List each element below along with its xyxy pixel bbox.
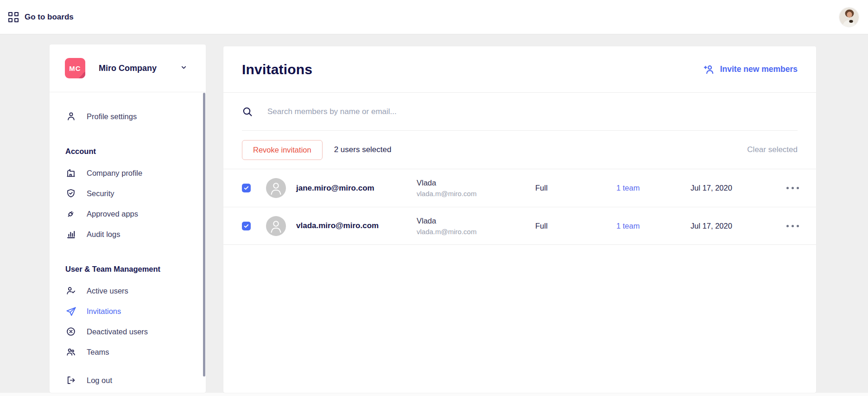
sidebar-item-label: Teams [87, 348, 109, 357]
invite-new-members-label: Invite new members [720, 64, 798, 74]
search-icon [242, 106, 253, 117]
invitation-row: jane.miro@miro.com Vlada vlada.m@miro.co… [223, 169, 816, 207]
search-input[interactable] [267, 107, 798, 116]
teams-link[interactable]: 1 team [616, 222, 691, 230]
search-bar [223, 93, 816, 131]
teams-link[interactable]: 1 team [616, 184, 691, 192]
member-sub-email: vlada.m@miro.com [417, 228, 535, 236]
sidebar-item-label: Audit logs [87, 230, 120, 239]
check-icon [243, 223, 249, 229]
sidebar-section-user-team-management: User & Team Management [50, 262, 206, 276]
invite-email: jane.miro@miro.com [296, 184, 417, 193]
sidebar-item-company-profile[interactable]: Company profile [50, 163, 206, 183]
user-avatar-photo [839, 7, 859, 27]
member-name-cell: Vlada vlada.m@miro.com [417, 217, 535, 236]
person-plus-icon [703, 64, 715, 76]
circle-x-icon [65, 326, 76, 337]
sidebar-item-label: Approved apps [87, 210, 138, 218]
revoke-invitation-button[interactable]: Revoke invitation [242, 140, 323, 160]
person-silhouette-icon [266, 178, 286, 198]
panel-header: Invitations Invite new members [223, 46, 816, 93]
sidebar-item-security[interactable]: Security [50, 183, 206, 204]
sidebar-section-account: Account [50, 144, 206, 158]
sidebar-item-profile-settings[interactable]: Profile settings [50, 106, 206, 127]
sidebar-nav: Profile settings Account Company profile… [50, 92, 206, 390]
user-avatar[interactable] [839, 7, 859, 27]
sidebar-item-label: Profile settings [87, 112, 137, 121]
selection-toolbar: Revoke invitation 2 users selected Clear… [223, 131, 816, 169]
go-to-boards-button[interactable]: Go to boards [8, 12, 74, 22]
sidebar-item-deactivated-users[interactable]: Deactivated users [50, 321, 206, 342]
sidebar-item-label: Security [87, 189, 114, 198]
clear-selected-button[interactable]: Clear selected [747, 145, 798, 154]
invite-email: vlada.miro@miro.com [296, 221, 417, 230]
company-badge: MC [65, 58, 85, 78]
person-silhouette-icon [266, 216, 286, 236]
go-to-boards-label: Go to boards [25, 13, 74, 22]
sidebar-scrollbar[interactable] [203, 93, 205, 377]
member-name-cell: Vlada vlada.m@miro.com [417, 179, 535, 198]
building-icon [65, 167, 76, 179]
people-icon [65, 346, 76, 358]
member-sub-email: vlada.m@miro.com [417, 190, 535, 198]
logout-icon [65, 375, 76, 386]
shield-check-icon [65, 188, 76, 199]
check-icon [243, 185, 249, 191]
settings-sidebar: MC Miro Company Profile settings Account… [50, 45, 206, 393]
selected-count-text: 2 users selected [334, 145, 392, 154]
invitation-row: vlada.miro@miro.com Vlada vlada.m@miro.c… [223, 207, 816, 245]
row-more-menu-button[interactable] [786, 222, 800, 230]
member-avatar [266, 178, 286, 198]
sidebar-item-label: Log out [87, 376, 112, 385]
person-check-icon [65, 285, 76, 296]
plug-icon [65, 208, 76, 219]
sidebar-item-approved-apps[interactable]: Approved apps [50, 204, 206, 224]
license-type: Full [535, 184, 616, 192]
sidebar-item-invitations[interactable]: Invitations [50, 301, 206, 321]
sidebar-item-label: Invitations [87, 307, 121, 316]
top-bar: Go to boards [0, 0, 868, 34]
sidebar-item-label: Active users [87, 287, 128, 295]
company-switcher[interactable]: MC Miro Company [50, 45, 206, 92]
boards-grid-icon [8, 12, 19, 22]
sidebar-item-audit-logs[interactable]: Audit logs [50, 224, 206, 244]
page-title: Invitations [242, 62, 312, 77]
license-type: Full [535, 222, 616, 230]
member-avatar [266, 216, 286, 236]
sidebar-item-label: Company profile [87, 169, 142, 178]
sidebar-item-label: Deactivated users [87, 327, 148, 336]
company-name: Miro Company [99, 64, 185, 73]
paper-plane-icon [65, 306, 76, 317]
invite-new-members-button[interactable]: Invite new members [703, 64, 798, 76]
sidebar-item-teams[interactable]: Teams [50, 342, 206, 362]
sidebar-item-logout[interactable]: Log out [50, 370, 206, 390]
row-more-menu-button[interactable] [786, 184, 800, 192]
member-name: Vlada [417, 179, 535, 187]
sidebar-item-active-users[interactable]: Active users [50, 281, 206, 301]
invited-date: Jul 17, 2020 [691, 184, 786, 192]
row-checkbox[interactable] [242, 222, 251, 230]
bar-chart-icon [65, 229, 76, 240]
invitations-panel: Invitations Invite new members Revoke in… [223, 46, 816, 393]
row-checkbox[interactable] [242, 184, 251, 192]
invited-date: Jul 17, 2020 [691, 222, 786, 230]
chevron-down-icon [180, 64, 187, 71]
member-name: Vlada [417, 217, 535, 225]
person-icon [65, 111, 76, 122]
